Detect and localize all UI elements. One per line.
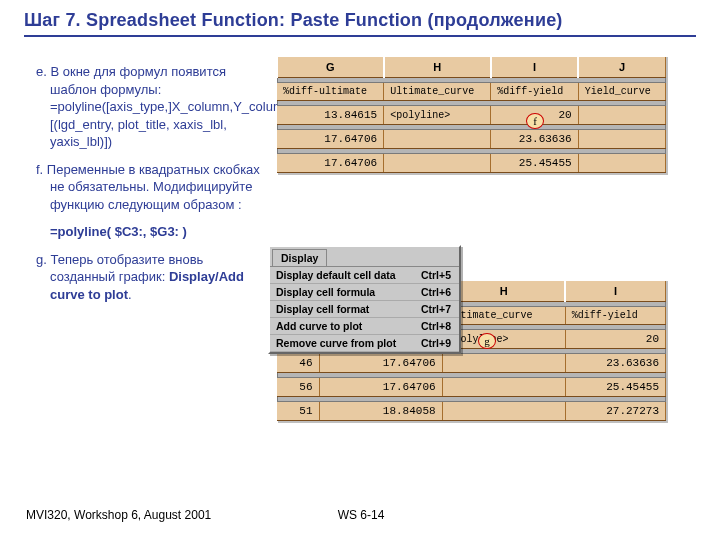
top-label-row: %diff-ultimate Ultimate_curve %diff-yiel… bbox=[277, 83, 666, 101]
cell[interactable]: 18.84058 bbox=[319, 402, 442, 421]
slide-title: Шаг 7. Spreadsheet Function: Paste Funct… bbox=[24, 10, 696, 31]
menu-item[interactable]: Display cell formula Ctrl+6 bbox=[270, 284, 459, 301]
cell[interactable] bbox=[384, 154, 491, 173]
left-column: e. В окне для формул появится шаблон фор… bbox=[36, 63, 266, 314]
cell[interactable]: 27.27273 bbox=[565, 402, 665, 421]
col-header[interactable]: I bbox=[491, 56, 578, 78]
callout-f: f bbox=[526, 113, 544, 129]
menu-item-label: Display cell formula bbox=[276, 286, 375, 298]
col-header[interactable]: G bbox=[277, 56, 384, 78]
cell[interactable] bbox=[578, 130, 665, 149]
cell[interactable]: 20 bbox=[565, 330, 665, 349]
menu-tab-display[interactable]: Display bbox=[272, 249, 327, 266]
cell[interactable]: 17.64706 bbox=[277, 130, 384, 149]
cell[interactable]: <polyline> bbox=[384, 106, 491, 125]
cell[interactable]: 25.45455 bbox=[565, 378, 665, 397]
cell[interactable] bbox=[578, 154, 665, 173]
bullet-f-text: f. Переменные в квадратных скобках не об… bbox=[36, 162, 260, 212]
menu-item-add-curve[interactable]: Add curve to plot Ctrl+8 bbox=[270, 318, 459, 335]
menu-item[interactable]: Display default cell data Ctrl+5 bbox=[270, 267, 459, 284]
cell[interactable]: 56 bbox=[277, 378, 319, 397]
menu-item-label: Display default cell data bbox=[276, 269, 396, 281]
display-menu: Display Display default cell data Ctrl+5… bbox=[268, 245, 461, 354]
bullet-e: e. В окне для формул появится шаблон фор… bbox=[36, 63, 266, 151]
title-area: Шаг 7. Spreadsheet Function: Paste Funct… bbox=[0, 0, 720, 39]
top-col-headers: G H I J bbox=[277, 56, 666, 78]
menu-item-label: Display cell format bbox=[276, 303, 369, 315]
screenshot-bottom: Display Display default cell data Ctrl+5… bbox=[276, 245, 666, 425]
cell[interactable]: %diff-ultimate bbox=[277, 83, 384, 101]
footer: MVI320, Workshop 6, August 2001 WS 6-14 bbox=[26, 508, 696, 522]
slide: Шаг 7. Spreadsheet Function: Paste Funct… bbox=[0, 0, 720, 540]
cell[interactable] bbox=[578, 106, 665, 125]
menu-item[interactable]: Remove curve from plot Ctrl+9 bbox=[270, 335, 459, 352]
cell[interactable]: 13.84615 bbox=[277, 106, 384, 125]
cell[interactable]: %diff-yield bbox=[491, 83, 578, 101]
cell[interactable]: 23.63636 bbox=[565, 354, 665, 373]
table-row: 56 17.64706 25.45455 bbox=[277, 378, 666, 397]
menu-item-label: Remove curve from plot bbox=[276, 337, 396, 349]
table-row: 13.84615 <polyline> 20 bbox=[277, 106, 666, 125]
cell[interactable]: 17.64706 bbox=[277, 154, 384, 173]
bullet-f-code: =polyline( $C3:, $G3: ) bbox=[36, 223, 266, 241]
cell[interactable]: 51 bbox=[277, 402, 319, 421]
title-rule bbox=[24, 35, 696, 37]
cell[interactable]: 17.64706 bbox=[319, 354, 442, 373]
cell[interactable] bbox=[442, 354, 565, 373]
col-header[interactable]: H bbox=[384, 56, 491, 78]
right-column: G H I J %diff-ultimate Ultimate_curve %d… bbox=[266, 63, 700, 314]
cell[interactable] bbox=[442, 378, 565, 397]
menu-item-shortcut: Ctrl+9 bbox=[421, 337, 451, 349]
cell[interactable] bbox=[384, 130, 491, 149]
cell[interactable] bbox=[442, 402, 565, 421]
menu-item-shortcut: Ctrl+6 bbox=[421, 286, 451, 298]
footer-center: WS 6-14 bbox=[338, 508, 385, 522]
table-row: 17.64706 23.63636 bbox=[277, 130, 666, 149]
bullet-f: f. Переменные в квадратных скобках не об… bbox=[36, 161, 266, 214]
menu-item[interactable]: Display cell format Ctrl+7 bbox=[270, 301, 459, 318]
table-row: 46 17.64706 23.63636 bbox=[277, 354, 666, 373]
table-row: 51 18.84058 27.27273 bbox=[277, 402, 666, 421]
cell[interactable]: 25.45455 bbox=[491, 154, 578, 173]
menu-item-shortcut: Ctrl+5 bbox=[421, 269, 451, 281]
screenshot-top: G H I J %diff-ultimate Ultimate_curve %d… bbox=[276, 55, 666, 173]
cell[interactable]: Yield_curve bbox=[578, 83, 665, 101]
col-header[interactable]: J bbox=[578, 56, 665, 78]
top-spreadsheet: G H I J %diff-ultimate Ultimate_curve %d… bbox=[276, 55, 666, 173]
menu-item-shortcut: Ctrl+7 bbox=[421, 303, 451, 315]
table-row: 17.64706 25.45455 bbox=[277, 154, 666, 173]
col-header[interactable]: I bbox=[565, 280, 665, 302]
cell[interactable]: Ultimate_curve bbox=[384, 83, 491, 101]
footer-left: MVI320, Workshop 6, August 2001 bbox=[26, 508, 211, 522]
cell[interactable]: 17.64706 bbox=[319, 378, 442, 397]
cell[interactable]: 46 bbox=[277, 354, 319, 373]
menu-item-shortcut: Ctrl+8 bbox=[421, 320, 451, 332]
body: e. В окне для формул появится шаблон фор… bbox=[0, 39, 720, 314]
bullet-g-post: . bbox=[128, 287, 132, 302]
cell[interactable]: %diff-yield bbox=[565, 307, 665, 325]
callout-g: g bbox=[478, 333, 496, 349]
cell[interactable]: 23.63636 bbox=[491, 130, 578, 149]
formula-code: =polyline( $C3:, $G3: ) bbox=[50, 224, 187, 239]
bullet-g: g. Теперь отобразите вновь созданный гра… bbox=[36, 251, 266, 304]
menu-item-label: Add curve to plot bbox=[276, 320, 362, 332]
menu-body: Display default cell data Ctrl+5 Display… bbox=[270, 266, 459, 352]
